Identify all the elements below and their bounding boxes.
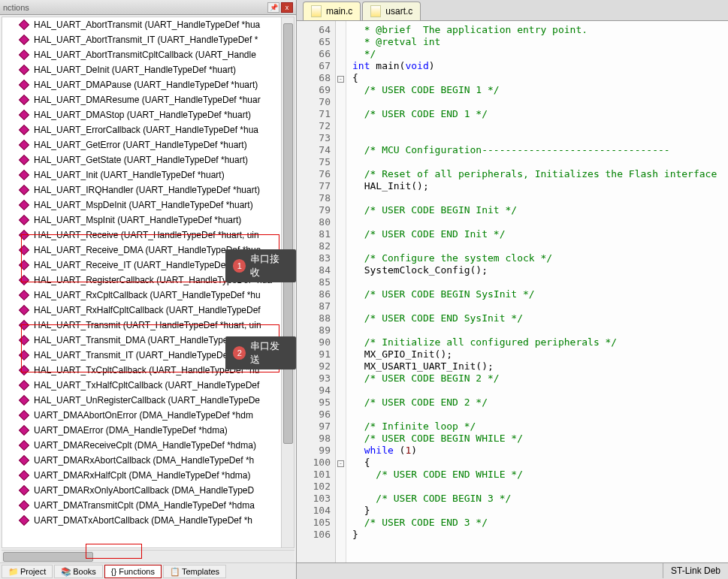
- fold-marker[interactable]: [336, 204, 346, 216]
- fold-marker[interactable]: [336, 409, 346, 421]
- fold-marker[interactable]: [336, 180, 346, 192]
- function-item[interactable]: HAL_UART_AbortTransmit (UART_HandleTypeD…: [2, 17, 294, 32]
- fold-marker[interactable]: [336, 324, 346, 336]
- tab-main-c[interactable]: main.c: [303, 2, 361, 20]
- function-item[interactable]: HAL_UART_AbortTransmit_IT (UART_HandleTy…: [2, 32, 294, 47]
- code-line[interactable]: /* USER CODE BEGIN 2 */: [352, 372, 722, 384]
- code-line[interactable]: /* Infinite loop */: [352, 421, 722, 433]
- fold-marker[interactable]: [336, 481, 346, 493]
- code-line[interactable]: int main(void): [352, 60, 722, 72]
- code-line[interactable]: [352, 96, 722, 108]
- function-item[interactable]: HAL_UART_TxHalfCpltCallback (UART_Handle…: [2, 378, 294, 393]
- code-line[interactable]: /* USER CODE BEGIN WHILE */: [352, 433, 722, 445]
- code-line[interactable]: [352, 216, 722, 228]
- function-item[interactable]: HAL_UART_GetState (UART_HandleTypeDef *h…: [2, 152, 294, 167]
- fold-marker[interactable]: [336, 36, 346, 48]
- code-line[interactable]: /* USER CODE BEGIN SysInit */: [352, 288, 722, 300]
- fold-marker[interactable]: [336, 108, 346, 120]
- code-line[interactable]: [352, 192, 722, 204]
- fold-marker[interactable]: [336, 156, 346, 168]
- fold-marker[interactable]: -: [336, 457, 346, 469]
- close-button[interactable]: x: [281, 2, 293, 13]
- code-line[interactable]: [352, 240, 722, 252]
- code-line[interactable]: /* Initialize all configured peripherals…: [352, 336, 722, 348]
- code-line[interactable]: */: [352, 48, 722, 60]
- fold-marker[interactable]: [336, 120, 346, 132]
- fold-marker[interactable]: [336, 433, 346, 445]
- tab-templates[interactable]: 📋 Templates: [163, 565, 226, 578]
- code-line[interactable]: /* USER CODE BEGIN Init */: [352, 204, 722, 216]
- function-item[interactable]: HAL_UART_RxCpltCallback (UART_HandleType…: [2, 288, 294, 303]
- function-item[interactable]: HAL_UART_DMAPause (UART_HandleTypeDef *h…: [2, 77, 294, 92]
- code-line[interactable]: [352, 276, 722, 288]
- tab-functions[interactable]: {} Functions: [104, 565, 162, 578]
- code-line[interactable]: MX_GPIO_Init();: [352, 348, 722, 360]
- code-line[interactable]: /* USER CODE END SysInit */: [352, 312, 722, 324]
- code-line[interactable]: {: [352, 457, 722, 469]
- scroll-thumb-h[interactable]: [3, 552, 93, 562]
- code-line[interactable]: SystemClock_Config();: [352, 264, 722, 276]
- fold-marker[interactable]: [336, 216, 346, 228]
- function-item[interactable]: HAL_UART_MspInit (UART_HandleTypeDef *hu…: [2, 213, 294, 228]
- scroll-thumb[interactable]: [283, 23, 293, 444]
- fold-marker[interactable]: [336, 96, 346, 108]
- code-line[interactable]: while (1): [352, 445, 722, 457]
- scrollbar-horizontal[interactable]: [2, 550, 295, 562]
- code-line[interactable]: }: [352, 529, 722, 541]
- fold-marker[interactable]: [336, 144, 346, 156]
- function-item[interactable]: UART_DMATxAbortCallback (DMA_HandleTypeD…: [2, 513, 294, 528]
- fold-marker[interactable]: [336, 348, 346, 360]
- function-item[interactable]: UART_DMAError (DMA_HandleTypeDef *hdma): [2, 423, 294, 438]
- code-line[interactable]: {: [352, 72, 722, 84]
- function-item[interactable]: HAL_UART_DMAResume (UART_HandleTypeDef *…: [2, 92, 294, 107]
- fold-marker[interactable]: [336, 360, 346, 372]
- fold-marker[interactable]: [336, 529, 346, 541]
- code-line[interactable]: * @brief The application entry point.: [352, 24, 722, 36]
- function-item[interactable]: UART_DMARxAbortCallback (DMA_HandleTypeD…: [2, 453, 294, 468]
- code-line[interactable]: /* USER CODE END 1 */: [352, 108, 722, 120]
- code-line[interactable]: HAL_Init();: [352, 180, 722, 192]
- fold-marker[interactable]: [336, 312, 346, 324]
- code-line[interactable]: /* USER CODE END WHILE */: [352, 469, 722, 481]
- function-item[interactable]: HAL_UART_IRQHandler (UART_HandleTypeDef …: [2, 182, 294, 198]
- code-line[interactable]: /* USER CODE END 2 */: [352, 397, 722, 409]
- function-list[interactable]: HAL_UART_AbortTransmit (UART_HandleTypeD…: [2, 17, 295, 548]
- scrollbar-vertical[interactable]: [281, 17, 294, 547]
- code-line[interactable]: [352, 132, 722, 144]
- code-line[interactable]: [352, 120, 722, 132]
- fold-marker[interactable]: [336, 300, 346, 312]
- fold-marker[interactable]: [336, 84, 346, 96]
- function-item[interactable]: HAL_UART_Transmit (UART_HandleTypeDef *h…: [2, 318, 294, 333]
- fold-marker[interactable]: [336, 48, 346, 60]
- code-line[interactable]: [352, 156, 722, 168]
- code-line[interactable]: * @retval int: [352, 36, 722, 48]
- function-item[interactable]: HAL_UART_GetError (UART_HandleTypeDef *h…: [2, 137, 294, 152]
- fold-marker[interactable]: [336, 24, 346, 36]
- fold-marker[interactable]: [336, 493, 346, 505]
- fold-marker[interactable]: [336, 240, 346, 252]
- tab-project[interactable]: 📁 Project: [2, 565, 53, 578]
- fold-marker[interactable]: [336, 288, 346, 300]
- code-line[interactable]: /* USER CODE BEGIN 3 */: [352, 493, 722, 505]
- code-line[interactable]: [352, 300, 722, 312]
- code-line[interactable]: /* MCU Configuration--------------------…: [352, 144, 722, 156]
- function-item[interactable]: HAL_UART_MspDeInit (UART_HandleTypeDef *…: [2, 198, 294, 213]
- code-line[interactable]: [352, 384, 722, 397]
- code-line[interactable]: [352, 481, 722, 493]
- code-line[interactable]: /* USER CODE END 3 */: [352, 517, 722, 529]
- fold-marker[interactable]: [336, 469, 346, 481]
- tab-books[interactable]: 📚 Books: [54, 565, 103, 578]
- function-item[interactable]: UART_DMARxHalfCplt (DMA_HandleTypeDef *h…: [2, 468, 294, 483]
- code-line[interactable]: /* USER CODE BEGIN 1 */: [352, 84, 722, 96]
- function-item[interactable]: HAL_UART_ErrorCallback (UART_HandleTypeD…: [2, 122, 294, 137]
- function-item[interactable]: HAL_UART_RxHalfCpltCallback (UART_Handle…: [2, 303, 294, 318]
- fold-marker[interactable]: [336, 168, 346, 180]
- function-item[interactable]: HAL_UART_Receive (UART_HandleTypeDef *hu…: [2, 228, 294, 243]
- code-line[interactable]: MX_USART1_UART_Init();: [352, 360, 722, 372]
- function-item[interactable]: HAL_UART_DMAStop (UART_HandleTypeDef *hu…: [2, 107, 294, 122]
- fold-marker[interactable]: [336, 384, 346, 397]
- fold-marker[interactable]: [336, 60, 346, 72]
- fold-marker[interactable]: [336, 505, 346, 517]
- fold-marker[interactable]: [336, 372, 346, 384]
- fold-marker[interactable]: [336, 228, 346, 240]
